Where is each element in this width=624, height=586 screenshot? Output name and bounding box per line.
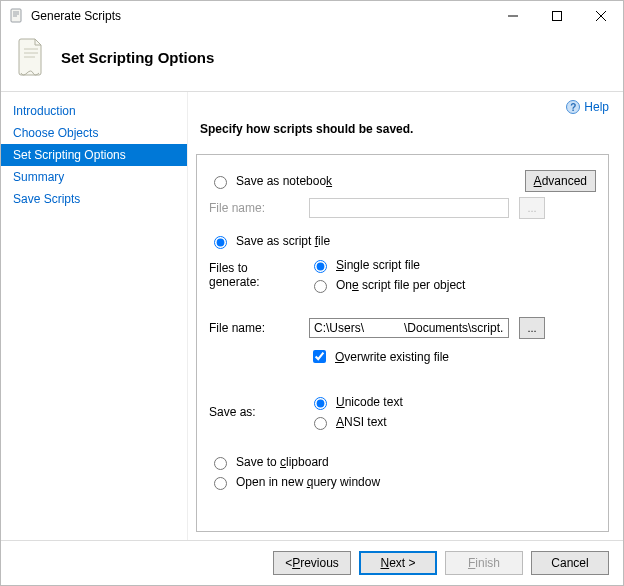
- unicode-text-label: Unicode text: [336, 395, 403, 409]
- save-as-script-file-radio[interactable]: [214, 236, 227, 249]
- advanced-button[interactable]: Advanced: [525, 170, 596, 192]
- instruction-text: Specify how scripts should be saved.: [200, 122, 609, 136]
- save-as-notebook-label: Save as notebook: [236, 174, 332, 188]
- single-script-file-radio[interactable]: [314, 260, 327, 273]
- next-button[interactable]: Next >: [359, 551, 437, 575]
- maximize-button[interactable]: [535, 1, 579, 31]
- overwrite-existing-checkbox[interactable]: [313, 350, 326, 363]
- sidebar-item-label: Summary: [13, 170, 64, 184]
- minimize-button[interactable]: [491, 1, 535, 31]
- sidebar-item-summary[interactable]: Summary: [1, 166, 187, 188]
- sidebar-item-label: Choose Objects: [13, 126, 98, 140]
- page-title: Set Scripting Options: [61, 49, 214, 66]
- notebook-filename-label: File name:: [209, 201, 299, 215]
- cancel-button[interactable]: Cancel: [531, 551, 609, 575]
- svg-rect-2: [553, 12, 562, 21]
- script-browse-button[interactable]: ...: [519, 317, 545, 339]
- files-to-generate-label: Files to generate:: [209, 261, 299, 289]
- options-panel: Save as notebook Advanced File name: ...…: [196, 154, 609, 532]
- script-filename-label: File name:: [209, 321, 299, 335]
- wizard-footer: < Previous Next > Finish Cancel: [1, 540, 623, 585]
- save-to-clipboard-radio[interactable]: [214, 457, 227, 470]
- save-as-notebook-radio[interactable]: [214, 176, 227, 189]
- ansi-text-radio[interactable]: [314, 417, 327, 430]
- unicode-text-radio[interactable]: [314, 397, 327, 410]
- previous-button[interactable]: < Previous: [273, 551, 351, 575]
- one-file-per-object-radio[interactable]: [314, 280, 327, 293]
- one-file-per-object-label: One script file per object: [336, 278, 465, 292]
- sidebar-item-set-scripting-options[interactable]: Set Scripting Options: [1, 144, 187, 166]
- sidebar-item-label: Introduction: [13, 104, 76, 118]
- notebook-browse-button: ...: [519, 197, 545, 219]
- script-page-icon: [15, 37, 47, 77]
- finish-button: Finish: [445, 551, 523, 575]
- save-as-encoding-label: Save as:: [209, 405, 299, 419]
- help-row: ? Help: [196, 100, 609, 114]
- open-new-query-label: Open in new query window: [236, 475, 380, 489]
- wizard-body: Introduction Choose Objects Set Scriptin…: [1, 91, 623, 540]
- open-new-query-radio[interactable]: [214, 477, 227, 490]
- close-button[interactable]: [579, 1, 623, 31]
- overwrite-existing-label: Overwrite existing file: [335, 350, 449, 364]
- sidebar-item-label: Set Scripting Options: [13, 148, 126, 162]
- generate-scripts-window: Generate Scripts Set Scriptin: [0, 0, 624, 586]
- window-title: Generate Scripts: [31, 9, 491, 23]
- wizard-main: ? Help Specify how scripts should be sav…: [187, 92, 623, 540]
- single-script-file-label: Single script file: [336, 258, 420, 272]
- help-link[interactable]: Help: [584, 100, 609, 114]
- titlebar: Generate Scripts: [1, 1, 623, 31]
- wizard-header: Set Scripting Options: [1, 31, 623, 91]
- script-filename-input[interactable]: [309, 318, 509, 338]
- help-icon: ?: [566, 100, 580, 114]
- sidebar-item-label: Save Scripts: [13, 192, 80, 206]
- sidebar-item-save-scripts[interactable]: Save Scripts: [1, 188, 187, 210]
- sidebar-item-choose-objects[interactable]: Choose Objects: [1, 122, 187, 144]
- wizard-sidebar: Introduction Choose Objects Set Scriptin…: [1, 92, 187, 540]
- ansi-text-label: ANSI text: [336, 415, 387, 429]
- notebook-filename-input: [309, 198, 509, 218]
- sidebar-item-introduction[interactable]: Introduction: [1, 100, 187, 122]
- window-buttons: [491, 1, 623, 31]
- save-to-clipboard-label: Save to clipboard: [236, 455, 329, 469]
- save-as-script-file-label: Save as script file: [236, 234, 330, 248]
- app-icon: [9, 8, 25, 24]
